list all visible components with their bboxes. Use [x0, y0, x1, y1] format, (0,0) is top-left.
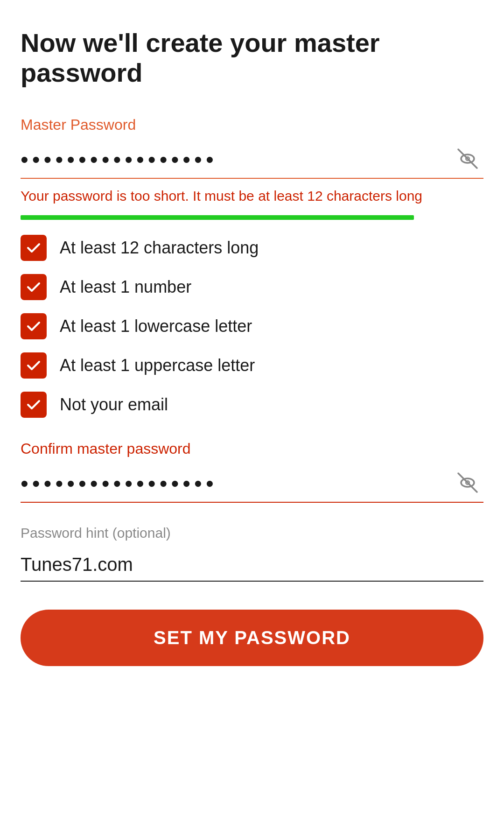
req-number-checkbox — [21, 274, 47, 300]
req-uppercase-label: At least 1 uppercase letter — [60, 356, 255, 375]
master-password-toggle-icon[interactable] — [455, 147, 480, 173]
requirement-item: At least 1 uppercase letter — [21, 352, 483, 379]
master-password-section: Master Password Your password is too sho… — [21, 116, 483, 220]
confirm-password-label: Confirm master password — [21, 440, 483, 457]
password-hint-section: Password hint (optional) — [21, 525, 483, 582]
requirement-item: At least 1 number — [21, 274, 483, 300]
req-uppercase-checkbox — [21, 352, 47, 379]
req-length-checkbox — [21, 235, 47, 261]
req-length-label: At least 12 characters long — [60, 238, 259, 258]
req-email-checkbox — [21, 392, 47, 418]
hint-input[interactable] — [21, 548, 483, 582]
requirement-item: At least 12 characters long — [21, 235, 483, 261]
password-error-message: Your password is too short. It must be a… — [21, 186, 483, 206]
req-lowercase-label: At least 1 lowercase letter — [60, 316, 252, 336]
req-number-label: At least 1 number — [60, 277, 191, 297]
req-lowercase-checkbox — [21, 313, 47, 339]
confirm-password-section: Confirm master password — [21, 440, 483, 503]
confirm-password-input-wrapper — [21, 465, 483, 503]
password-requirements-list: At least 12 characters long At least 1 n… — [21, 235, 483, 418]
set-password-button[interactable]: SET MY PASSWORD — [21, 610, 483, 666]
master-password-label: Master Password — [21, 116, 483, 133]
confirm-password-input[interactable] — [21, 465, 483, 503]
page-title: Now we'll create your master password — [21, 28, 483, 88]
password-strength-bar — [21, 215, 414, 220]
requirement-item: At least 1 lowercase letter — [21, 313, 483, 339]
hint-label: Password hint (optional) — [21, 525, 483, 541]
requirement-item: Not your email — [21, 392, 483, 418]
confirm-password-toggle-icon[interactable] — [455, 471, 480, 497]
master-password-input[interactable] — [21, 141, 483, 179]
req-email-label: Not your email — [60, 395, 168, 414]
master-password-input-wrapper — [21, 141, 483, 179]
